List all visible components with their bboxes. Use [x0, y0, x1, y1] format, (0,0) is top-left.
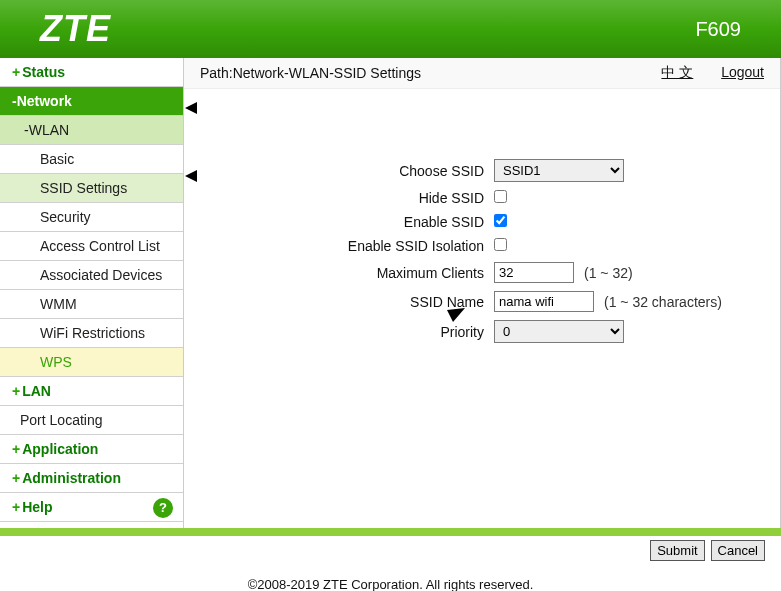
nav-wmm[interactable]: WMM: [0, 290, 183, 319]
hide-ssid-checkbox[interactable]: [494, 190, 507, 203]
nav-basic[interactable]: Basic: [0, 145, 183, 174]
hide-ssid-label: Hide SSID: [214, 190, 494, 206]
nav-port-locating[interactable]: Port Locating: [0, 406, 183, 435]
nav-lan[interactable]: +LAN: [0, 377, 183, 406]
nav-wps[interactable]: WPS: [0, 348, 183, 377]
ssid-name-input[interactable]: [494, 291, 594, 312]
max-clients-input[interactable]: [494, 262, 574, 283]
nav-administration[interactable]: +Administration: [0, 464, 183, 493]
path-bar: Path:Network-WLAN-SSID Settings 中 文 Logo…: [184, 58, 780, 89]
enable-isolation-label: Enable SSID Isolation: [214, 238, 494, 254]
priority-label: Priority: [214, 324, 494, 340]
nav-application[interactable]: +Application: [0, 435, 183, 464]
brand-logo: ZTE: [40, 8, 111, 50]
logout-link[interactable]: Logout: [721, 64, 764, 80]
choose-ssid-label: Choose SSID: [214, 163, 494, 179]
lang-link[interactable]: 中 文: [661, 64, 693, 80]
choose-ssid-select[interactable]: SSID1: [494, 159, 624, 182]
enable-ssid-label: Enable SSID: [214, 214, 494, 230]
enable-isolation-checkbox[interactable]: [494, 238, 507, 251]
breadcrumb: Path:Network-WLAN-SSID Settings: [200, 65, 421, 81]
model-label: F609: [695, 18, 741, 41]
nav-status[interactable]: +Status: [0, 58, 183, 87]
app-header: ZTE F609: [0, 0, 781, 58]
nav-security[interactable]: Security: [0, 203, 183, 232]
submit-button[interactable]: Submit: [650, 540, 704, 561]
nav-network[interactable]: -Network: [0, 87, 183, 116]
priority-select[interactable]: 0: [494, 320, 624, 343]
help-icon[interactable]: ?: [153, 498, 173, 518]
ssid-name-hint: (1 ~ 32 characters): [604, 294, 722, 310]
max-clients-hint: (1 ~ 32): [584, 265, 633, 281]
nav-ssid-settings[interactable]: SSID Settings: [0, 174, 183, 203]
nav-wlan[interactable]: -WLAN: [0, 116, 183, 145]
cancel-button[interactable]: Cancel: [711, 540, 765, 561]
ssid-name-label: SSID Name: [214, 294, 494, 310]
form-area: Choose SSID SSID1 Hide SSID Enable SSID …: [184, 89, 780, 371]
nav-acl[interactable]: Access Control List: [0, 232, 183, 261]
footer-bar: Submit Cancel: [0, 528, 781, 565]
sidebar: +Status -Network -WLAN Basic SSID Settin…: [0, 58, 184, 528]
nav-wifi-restrictions[interactable]: WiFi Restrictions: [0, 319, 183, 348]
max-clients-label: Maximum Clients: [214, 265, 494, 281]
nav-associated[interactable]: Associated Devices: [0, 261, 183, 290]
main-panel: Path:Network-WLAN-SSID Settings 中 文 Logo…: [184, 58, 781, 528]
enable-ssid-checkbox[interactable]: [494, 214, 507, 227]
copyright: ©2008-2019 ZTE Corporation. All rights r…: [0, 565, 781, 591]
